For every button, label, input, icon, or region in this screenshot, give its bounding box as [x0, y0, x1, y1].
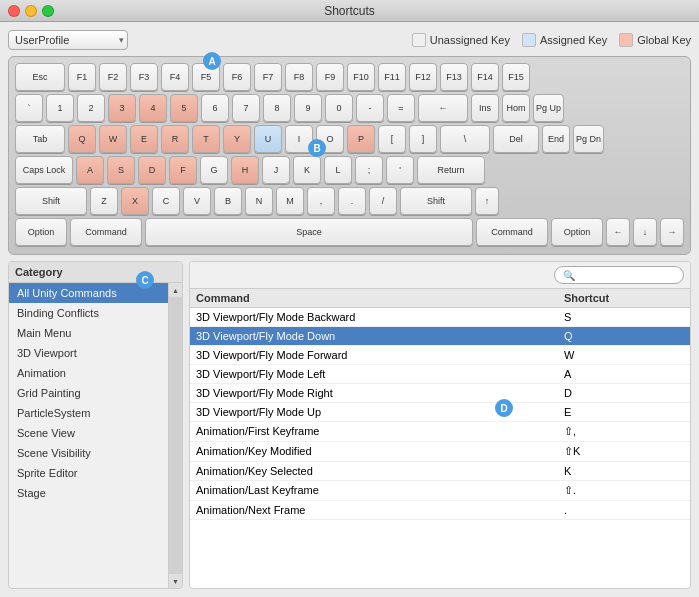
key-end[interactable]: End — [542, 125, 570, 153]
key-f12[interactable]: F12 — [409, 63, 437, 91]
key-home[interactable]: Hom — [502, 94, 530, 122]
key-s[interactable]: S — [107, 156, 135, 184]
key-f2[interactable]: F2 — [99, 63, 127, 91]
key-n[interactable]: N — [245, 187, 273, 215]
key-shift-left[interactable]: Shift — [15, 187, 87, 215]
key-5[interactable]: 5 — [170, 94, 198, 122]
sidebar-scrollbar[interactable]: ▲ ▼ — [168, 283, 182, 588]
key-backslash[interactable]: \ — [440, 125, 490, 153]
key-g[interactable]: G — [200, 156, 228, 184]
key-esc[interactable]: Esc — [15, 63, 65, 91]
key-down[interactable]: ↓ — [633, 218, 657, 246]
key-option-left[interactable]: Option — [15, 218, 67, 246]
sidebar-scroll-up[interactable]: ▲ — [169, 283, 182, 297]
key-0[interactable]: 0 — [325, 94, 353, 122]
key-up[interactable]: ↑ — [475, 187, 499, 215]
key-3[interactable]: 3 — [108, 94, 136, 122]
key-x[interactable]: X — [121, 187, 149, 215]
key-r[interactable]: R — [161, 125, 189, 153]
key-period[interactable]: . — [338, 187, 366, 215]
table-row[interactable]: 3D Viewport/Fly Mode Left A — [190, 365, 690, 384]
sidebar-scroll-down[interactable]: ▼ — [169, 574, 182, 588]
key-m[interactable]: M — [276, 187, 304, 215]
key-semicolon[interactable]: ; — [355, 156, 383, 184]
key-capslock[interactable]: Caps Lock — [15, 156, 73, 184]
key-f7[interactable]: F7 — [254, 63, 282, 91]
key-8[interactable]: 8 — [263, 94, 291, 122]
key-f10[interactable]: F10 — [347, 63, 375, 91]
sidebar-item-3d-viewport[interactable]: 3D Viewport — [9, 343, 168, 363]
key-k[interactable]: K — [293, 156, 321, 184]
key-9[interactable]: 9 — [294, 94, 322, 122]
key-f14[interactable]: F14 — [471, 63, 499, 91]
key-space[interactable]: Space — [145, 218, 473, 246]
table-row[interactable]: Animation/Next Frame . — [190, 501, 690, 520]
key-h[interactable]: H — [231, 156, 259, 184]
key-pgup[interactable]: Pg Up — [533, 94, 564, 122]
key-f8[interactable]: F8 — [285, 63, 313, 91]
key-pgdn[interactable]: Pg Dn — [573, 125, 604, 153]
key-t[interactable]: T — [192, 125, 220, 153]
sidebar-item-stage[interactable]: Stage — [9, 483, 168, 503]
key-command-left[interactable]: Command — [70, 218, 142, 246]
maximize-button[interactable] — [42, 5, 54, 17]
table-row[interactable]: Animation/Key Modified ⇧K — [190, 442, 690, 462]
key-f1[interactable]: F1 — [68, 63, 96, 91]
key-minus[interactable]: - — [356, 94, 384, 122]
sidebar-item-particlesystem[interactable]: ParticleSystem — [9, 403, 168, 423]
key-ins[interactable]: Ins — [471, 94, 499, 122]
table-row[interactable]: 3D Viewport/Fly Mode Right D — [190, 384, 690, 403]
sidebar-items[interactable]: All Unity Commands Binding Conflicts Mai… — [9, 283, 168, 588]
key-6[interactable]: 6 — [201, 94, 229, 122]
profile-select[interactable]: UserProfile Default — [8, 30, 128, 50]
key-w[interactable]: W — [99, 125, 127, 153]
key-f11[interactable]: F11 — [378, 63, 406, 91]
key-comma[interactable]: , — [307, 187, 335, 215]
key-del[interactable]: Del — [493, 125, 539, 153]
key-z[interactable]: Z — [90, 187, 118, 215]
key-f4[interactable]: F4 — [161, 63, 189, 91]
table-row[interactable]: 3D Viewport/Fly Mode Down Q — [190, 327, 690, 346]
key-2[interactable]: 2 — [77, 94, 105, 122]
key-slash[interactable]: / — [369, 187, 397, 215]
key-f6[interactable]: F6 — [223, 63, 251, 91]
table-row[interactable]: 3D Viewport/Fly Mode Up E — [190, 403, 690, 422]
key-tab[interactable]: Tab — [15, 125, 65, 153]
sidebar-item-binding-conflicts[interactable]: Binding Conflicts — [9, 303, 168, 323]
key-f15[interactable]: F15 — [502, 63, 530, 91]
sidebar-item-grid-painting[interactable]: Grid Painting — [9, 383, 168, 403]
key-u[interactable]: U — [254, 125, 282, 153]
key-y[interactable]: Y — [223, 125, 251, 153]
key-backspace[interactable]: ← — [418, 94, 468, 122]
key-f13[interactable]: F13 — [440, 63, 468, 91]
key-1[interactable]: 1 — [46, 94, 74, 122]
key-4[interactable]: 4 — [139, 94, 167, 122]
key-a[interactable]: A — [76, 156, 104, 184]
key-lbracket[interactable]: [ — [378, 125, 406, 153]
key-option-right[interactable]: Option — [551, 218, 603, 246]
key-b[interactable]: B — [214, 187, 242, 215]
key-c[interactable]: C — [152, 187, 180, 215]
search-input[interactable] — [554, 266, 684, 284]
key-d[interactable]: D — [138, 156, 166, 184]
sidebar-item-scene-view[interactable]: Scene View — [9, 423, 168, 443]
key-right[interactable]: → — [660, 218, 684, 246]
sidebar-item-main-menu[interactable]: Main Menu — [9, 323, 168, 343]
table-row[interactable]: Animation/Key Selected K — [190, 462, 690, 481]
key-7[interactable]: 7 — [232, 94, 260, 122]
key-left[interactable]: ← — [606, 218, 630, 246]
key-f[interactable]: F — [169, 156, 197, 184]
key-f9[interactable]: F9 — [316, 63, 344, 91]
key-q[interactable]: Q — [68, 125, 96, 153]
key-p[interactable]: P — [347, 125, 375, 153]
key-command-right[interactable]: Command — [476, 218, 548, 246]
table-body[interactable]: 3D Viewport/Fly Mode Backward S 3D Viewp… — [190, 308, 690, 588]
table-row[interactable]: Animation/First Keyframe ⇧, — [190, 422, 690, 442]
table-row[interactable]: 3D Viewport/Fly Mode Backward S — [190, 308, 690, 327]
table-row[interactable]: 3D Viewport/Fly Mode Forward W — [190, 346, 690, 365]
key-shift-right[interactable]: Shift — [400, 187, 472, 215]
sidebar-item-animation[interactable]: Animation — [9, 363, 168, 383]
key-v[interactable]: V — [183, 187, 211, 215]
sidebar-item-sprite-editor[interactable]: Sprite Editor — [9, 463, 168, 483]
key-e[interactable]: E — [130, 125, 158, 153]
